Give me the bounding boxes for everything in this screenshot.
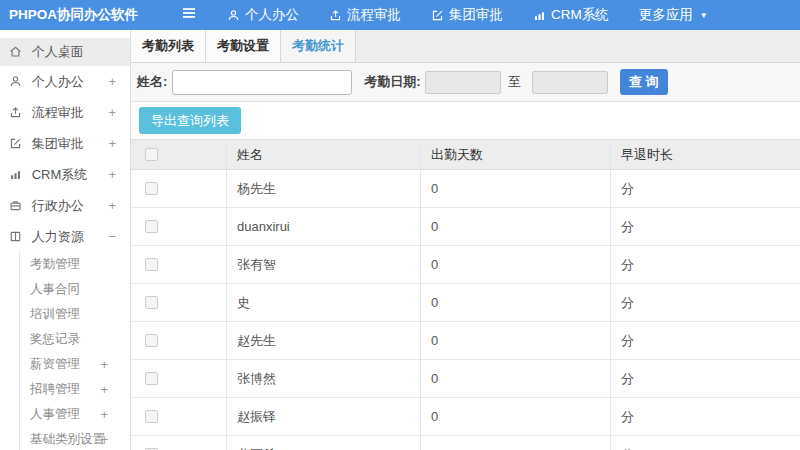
table-row: 杨先生 0 分 [131, 170, 800, 208]
sidebar-item-group-approval[interactable]: 集团审批 + [0, 128, 130, 159]
expand-plus[interactable]: + [108, 66, 116, 97]
submenu-item-reward-punishment[interactable]: 奖惩记录 [20, 327, 130, 352]
collapse-minus[interactable]: − [108, 221, 116, 252]
upload-icon [9, 99, 22, 130]
cell-late: 分 [611, 398, 800, 435]
sidebar-item-workflow-approval[interactable]: 流程审批 + [0, 97, 130, 128]
sidebar-item-label: 流程审批 [32, 105, 84, 120]
tab-attendance-stats[interactable]: 考勤统计 [281, 30, 356, 62]
cell-days: 0 [421, 398, 611, 435]
submenu-item-label: 人事合同 [30, 282, 80, 296]
menu-toggle-button[interactable] [181, 5, 197, 25]
sidebar-item-human-resources[interactable]: 人力资源 − [0, 221, 130, 252]
nav-personal-office[interactable]: 个人办公 [227, 6, 299, 24]
cell-days: 0 [421, 360, 611, 397]
expand-plus[interactable]: + [108, 190, 116, 221]
cell-late: 分 [611, 436, 800, 450]
nav-label: 集团审批 [449, 6, 503, 24]
column-header-attendance-days: 出勤天数 [421, 140, 611, 169]
row-checkbox[interactable] [145, 182, 158, 195]
row-checkbox[interactable] [145, 220, 158, 233]
nav-workflow-approval[interactable]: 流程审批 [329, 6, 401, 24]
submenu-item-label: 人事管理 [30, 407, 80, 421]
table-row: 赵振铎 0 分 [131, 398, 800, 436]
name-filter-label: 姓名: [137, 73, 167, 91]
nav-label: 更多应用 [639, 6, 693, 24]
expand-plus[interactable]: + [100, 352, 108, 377]
expand-plus[interactable]: + [100, 427, 108, 450]
row-checkbox[interactable] [145, 410, 158, 423]
submenu-item-attendance-mgmt[interactable]: 考勤管理 [20, 252, 130, 277]
cell-name: 杨先生 [227, 170, 421, 207]
submenu-item-label: 培训管理 [30, 307, 80, 321]
cell-name: duanxirui [227, 208, 421, 245]
row-checkbox[interactable] [145, 372, 158, 385]
table-row: 张有智 0 分 [131, 246, 800, 284]
submenu-item-hr-contract[interactable]: 人事合同 [20, 277, 130, 302]
export-list-button[interactable]: 导出查询列表 [139, 107, 241, 134]
submenu-item-personnel-mgmt[interactable]: 人事管理 + [20, 402, 130, 427]
hamburger-icon [181, 5, 197, 25]
submenu-item-label: 考勤管理 [30, 257, 80, 271]
submenu-item-label: 招聘管理 [30, 382, 80, 396]
search-button[interactable]: 查 询 [620, 69, 668, 95]
submenu-item-label: 基础类别设置 [30, 432, 105, 446]
cell-days: 0 [421, 208, 611, 245]
sidebar-item-label: 个人办公 [32, 74, 84, 89]
cell-name: 赵先生 [227, 322, 421, 359]
expand-plus[interactable]: + [100, 402, 108, 427]
header-checkbox-cell [131, 140, 227, 169]
cell-late: 分 [611, 284, 800, 321]
briefcase-icon [9, 192, 22, 223]
sidebar: 个人桌面 个人办公 + 流程审批 + 集团审批 + [0, 30, 131, 450]
cell-name: 张有智 [227, 246, 421, 283]
attendance-stats-table: 姓名 出勤天数 早退时长 杨先生 0 分 duanxirui 0 分 张有智 0… [131, 139, 800, 450]
submenu-item-recruit-mgmt[interactable]: 招聘管理 + [20, 377, 130, 402]
sidebar-item-admin-office[interactable]: 行政办公 + [0, 190, 130, 221]
tab-attendance-settings[interactable]: 考勤设置 [206, 30, 281, 62]
action-toolbar: 导出查询列表 [131, 102, 800, 139]
name-filter-input[interactable] [172, 70, 352, 95]
table-row: 张博然 0 分 [131, 360, 800, 398]
expand-plus[interactable]: + [108, 159, 116, 190]
edit-icon [431, 9, 444, 22]
tab-attendance-list[interactable]: 考勤列表 [131, 30, 206, 62]
table-row: 龙冠希 0 分 [131, 436, 800, 450]
select-all-checkbox[interactable] [145, 148, 158, 161]
sidebar-item-crm-system[interactable]: CRM系统 + [0, 159, 130, 190]
submenu-item-base-category-settings[interactable]: 基础类别设置 + [20, 427, 130, 450]
nav-more-apps[interactable]: 更多应用 ▼ [639, 6, 708, 24]
table-row: duanxirui 0 分 [131, 208, 800, 246]
expand-plus[interactable]: + [108, 128, 116, 159]
sidebar-item-personal-office[interactable]: 个人办公 + [0, 66, 130, 97]
cell-name: 史 [227, 284, 421, 321]
chart-icon [533, 9, 546, 22]
cell-late: 分 [611, 170, 800, 207]
cell-days: 0 [421, 322, 611, 359]
date-from-input[interactable] [425, 71, 501, 94]
edit-icon [9, 130, 22, 161]
table-header-row: 姓名 出勤天数 早退时长 [131, 139, 800, 170]
sidebar-item-label: 人力资源 [32, 229, 84, 244]
expand-plus[interactable]: + [100, 377, 108, 402]
sidebar-item-label: 行政办公 [32, 198, 84, 213]
submenu-item-label: 奖惩记录 [30, 332, 80, 346]
top-header: PHPOA协同办公软件 个人办公 流程审批 集团审批 CRM系统 更多应用 ▼ [0, 0, 800, 30]
submenu-item-salary-mgmt[interactable]: 薪资管理 + [20, 352, 130, 377]
tab-bar: 考勤列表 考勤设置 考勤统计 [131, 30, 800, 63]
cell-days: 0 [421, 170, 611, 207]
submenu-item-training-mgmt[interactable]: 培训管理 [20, 302, 130, 327]
date-to-input[interactable] [532, 71, 608, 94]
date-range-to-label: 至 [508, 73, 521, 91]
row-checkbox[interactable] [145, 296, 158, 309]
nav-group-approval[interactable]: 集团审批 [431, 6, 503, 24]
caret-down-icon: ▼ [700, 11, 708, 20]
column-header-name: 姓名 [227, 140, 421, 169]
nav-label: 流程审批 [347, 6, 401, 24]
sidebar-item-personal-desktop[interactable]: 个人桌面 [0, 38, 130, 66]
row-checkbox[interactable] [145, 334, 158, 347]
hr-submenu: 考勤管理 人事合同 培训管理 奖惩记录 薪资管理 + 招聘管理 + 人事管理 + [19, 252, 130, 450]
row-checkbox[interactable] [145, 258, 158, 271]
nav-crm-system[interactable]: CRM系统 [533, 6, 609, 24]
expand-plus[interactable]: + [108, 97, 116, 128]
